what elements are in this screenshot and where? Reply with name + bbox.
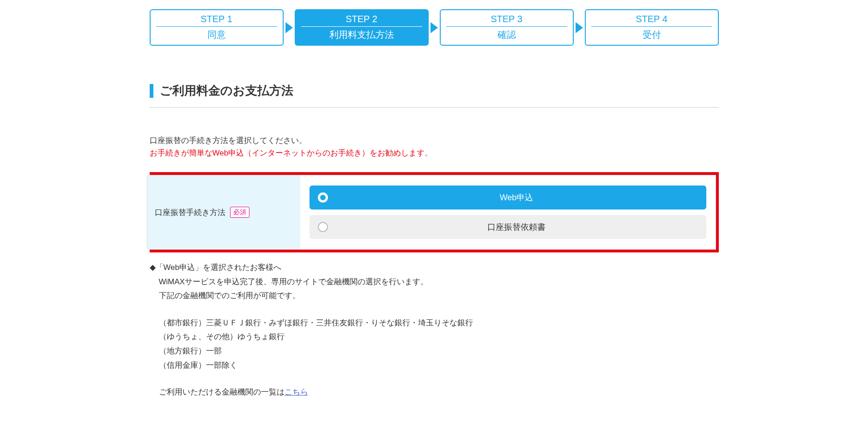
form-label-cell: 口座振替手続き方法 必須 [147,175,300,250]
notes-heading: ◆「Web申込」を選択されたお客様へ [150,261,719,275]
step-1-label: STEP 1 [156,14,277,27]
form-input-cell: Web申込 口座振替依頼書 [300,175,716,249]
step-1-sub: 同意 [151,27,283,41]
notes-link-prefix: ご利用いただける金融機関の一覧は [159,388,285,396]
step-2-label: STEP 2 [301,14,422,27]
radio-label-paper: 口座振替依頼書 [335,221,698,233]
radio-circle-icon [318,222,328,232]
section-title-text: ご利用料金のお支払方法 [160,83,293,99]
step-4-label: STEP 4 [591,14,712,27]
notes-line2: 下記の金融機関でのご利用が可能です。 [150,289,719,303]
step-arrow-icon [285,22,293,33]
notes-bank1: （都市銀行）三菱ＵＦＪ銀行・みずほ銀行・三井住友銀行・りそな銀行・埼玉りそな銀行 [150,316,719,330]
instruction-text: 口座振替の手続き方法を選択してください。 [150,135,719,146]
step-arrow-icon [576,22,583,33]
radio-option-web[interactable]: Web申込 [310,186,706,210]
step-2: STEP 2 利用料支払方法 [295,9,429,46]
radio-label-web: Web申込 [335,192,698,203]
notes-bank2: （ゆうちょ、その他）ゆうちょ銀行 [150,330,719,344]
notes-bank3: （地方銀行）一部 [150,344,719,359]
radio-circle-icon [318,192,328,203]
required-badge: 必須 [230,207,249,218]
form-label: 口座振替手続き方法 [155,207,225,218]
step-1: STEP 1 同意 [150,9,284,46]
form-highlight-box: 口座振替手続き方法 必須 Web申込 口座振替依頼書 [150,172,719,252]
bank-list-link[interactable]: こちら [285,388,308,396]
notes-section: ◆「Web申込」を選択されたお客様へ WiMAXサービスを申込完了後、専用のサイ… [150,261,719,400]
step-3: STEP 3 確認 [440,9,574,46]
notes-link-line: ご利用いただける金融機関の一覧はこちら [150,385,719,400]
step-2-sub: 利用料支払方法 [296,27,428,41]
notes-bank4: （信用金庫）一部除く [150,359,719,373]
step-indicator: STEP 1 同意 STEP 2 利用料支払方法 STEP 3 確認 STEP … [150,9,719,46]
form-row: 口座振替手続き方法 必須 Web申込 口座振替依頼書 [147,175,716,250]
recommend-text: お手続きが簡単なWeb申込（インターネットからのお手続き）をお勧めします。 [150,148,719,158]
step-3-sub: 確認 [441,27,573,41]
step-4: STEP 4 受付 [585,9,719,46]
section-title: ご利用料金のお支払方法 [150,83,719,108]
step-3-label: STEP 3 [446,14,567,27]
step-4-sub: 受付 [586,27,718,41]
radio-option-paper[interactable]: 口座振替依頼書 [310,215,706,239]
step-arrow-icon [431,22,438,33]
notes-line1: WiMAXサービスを申込完了後、専用のサイトで金融機関の選択を行います。 [150,275,719,289]
